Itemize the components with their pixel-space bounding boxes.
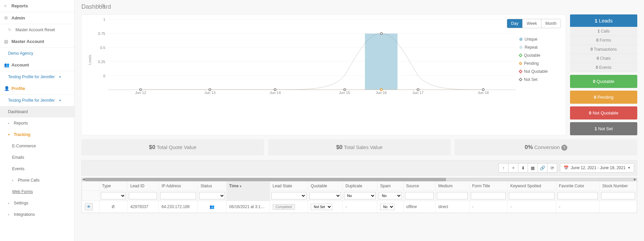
stat-calls[interactable]: 1 Calls [570, 27, 637, 36]
stat-notquotable[interactable]: 0 Not Quotable [570, 106, 637, 119]
add-button[interactable]: ＋ [508, 163, 518, 173]
filter-stock[interactable] [601, 192, 635, 199]
filter-duplicate[interactable]: No [344, 192, 376, 199]
filter-type[interactable] [101, 192, 126, 199]
col-ip[interactable]: IP Address [159, 182, 198, 191]
nav-integrations[interactable]: ▸Integrations [0, 209, 74, 220]
filter-leadstate[interactable] [271, 192, 307, 199]
chart-plot [108, 19, 516, 90]
nav-master-reset[interactable]: ↻Master Account Reset [0, 24, 74, 36]
table-row[interactable]: 👁 ✆ 42979337 64.233.172.189 👥 06/16/2021… [82, 201, 637, 213]
stat-leads[interactable]: 1 Leads 1 Calls 0 Forms 0 Transactions 0… [570, 14, 637, 72]
eye-icon: 👁 [87, 204, 91, 209]
download-button[interactable]: ⬇ [518, 163, 528, 173]
link-button[interactable]: 🔗 [537, 163, 547, 173]
side-stats: 1 Leads 1 Calls 0 Forms 0 Transactions 0… [570, 14, 637, 135]
nav-account-select[interactable]: Testing Profile for Jennifer▼ [0, 71, 74, 83]
help-icon[interactable]: ? [561, 145, 567, 151]
col-time[interactable]: Time ▾ [226, 182, 270, 191]
col-duplicate[interactable]: Duplicate [343, 182, 377, 191]
stat-quotable[interactable]: 0 Quotable [570, 75, 637, 88]
toggle-month[interactable]: Month [541, 19, 561, 28]
scroll-right-icon[interactable]: ▶ [634, 178, 636, 181]
col-type[interactable]: Type [99, 182, 127, 191]
phone-icon: ✆ [112, 204, 115, 209]
col-spam[interactable]: Spam [377, 182, 403, 191]
upload-button[interactable]: ↑ [498, 163, 508, 173]
chart-icon: ≡ [4, 3, 9, 8]
legend-quotable[interactable]: Quotable [519, 53, 560, 58]
nav-master-account[interactable]: ▥Master Account [0, 36, 74, 48]
stat-chats[interactable]: 0 Chats [570, 54, 637, 63]
col-view [82, 182, 100, 191]
nav-ecommerce[interactable]: E-Commerce [0, 140, 74, 152]
legend-notset[interactable]: Not Set [519, 77, 560, 82]
reset-icon: ↻ [8, 28, 13, 32]
stat-notset[interactable]: 1 Not Set [570, 122, 637, 135]
nav-admin[interactable]: ⚙Admin [0, 12, 74, 24]
cell-formtitle: - [469, 201, 507, 213]
filter-favcolor[interactable] [558, 192, 598, 199]
col-quotable[interactable]: Quotable [308, 182, 343, 191]
filter-source[interactable] [405, 192, 434, 199]
filter-spam[interactable]: No [379, 192, 402, 199]
filter-quotable[interactable] [309, 192, 341, 199]
cell-ip: 64.233.172.189 [159, 201, 198, 213]
col-stock[interactable]: Stock Number [599, 182, 637, 191]
toggle-week[interactable]: Week [522, 19, 541, 28]
scroll-left-icon[interactable]: ◀ [82, 178, 85, 181]
col-status[interactable]: Status [198, 182, 226, 191]
date-range-picker[interactable]: 📅 June 12, 2021 - June 18, 2021 ▼ [560, 163, 634, 173]
nav-profile[interactable]: 👤Profile [0, 83, 74, 95]
legend-repeat[interactable]: Repeat [519, 45, 560, 50]
toggle-day[interactable]: Day [507, 19, 522, 28]
col-leadstate[interactable]: Lead State [270, 182, 308, 191]
main-content: Dashboard Day Week Month Leads 0 0.25 0.… [75, 0, 644, 241]
col-leadid[interactable]: Lead ID [127, 182, 159, 191]
stat-pending[interactable]: 0 Pending [570, 91, 637, 104]
chevron-right-icon: ▸ [8, 201, 10, 205]
nav-dashboard[interactable]: Dashboard [0, 106, 74, 117]
col-favcolor[interactable]: Favorite Color [556, 182, 599, 191]
nav-reports[interactable]: ≡Reports [0, 0, 74, 12]
nav-web-forms[interactable]: Web Forms [0, 186, 74, 197]
legend-notquotable[interactable]: Not Quotable [519, 69, 560, 74]
filter-formtitle[interactable] [471, 192, 506, 199]
nav-sub-reports[interactable]: ▸Reports [0, 117, 74, 129]
col-keyword[interactable]: Keyword Spotted [507, 182, 556, 191]
cell-duplicate: - [343, 201, 377, 213]
quotable-select[interactable]: Not Set [311, 204, 332, 210]
legend-pending[interactable]: Pending [519, 61, 560, 66]
stat-forms[interactable]: 0 Forms [570, 36, 637, 45]
nav-profile-select[interactable]: Testing Profile for Jennifer▼ [0, 95, 74, 106]
legend-unique[interactable]: Unique [519, 37, 560, 42]
leads-table: ◀ ▶ Type Lead ID IP Address Status Time … [81, 178, 637, 213]
nav-settings[interactable]: ▸Settings [0, 197, 74, 209]
refresh-button[interactable]: ⟳ [547, 163, 557, 173]
nav-emails[interactable]: Emails [0, 152, 74, 163]
col-source[interactable]: Source [403, 182, 435, 191]
filter-medium[interactable] [437, 192, 468, 199]
nav-events[interactable]: Events [0, 163, 74, 175]
cell-leadid: 42979337 [127, 201, 159, 213]
nav-demo-agency[interactable]: Demo Agency [0, 48, 74, 59]
chevron-down-icon: ▾ [8, 133, 10, 136]
scroll-thumb[interactable] [85, 178, 446, 181]
horizontal-scrollbar[interactable]: ◀ ▶ [82, 178, 637, 181]
user-icon: 👤 [4, 86, 9, 91]
stat-transactions[interactable]: 0 Transactions [570, 45, 637, 54]
columns-button[interactable]: ▦ [528, 163, 538, 173]
spam-select[interactable]: No [380, 204, 394, 210]
cell-time: 06/16/2021 at 3:13 PM [226, 201, 270, 213]
filter-ip[interactable] [160, 192, 196, 199]
filter-keyword[interactable] [509, 192, 554, 199]
filter-status[interactable] [199, 192, 225, 199]
nav-phone-calls[interactable]: ▸Phone Calls [0, 175, 74, 186]
view-row-button[interactable]: 👁 [85, 203, 93, 210]
stat-events[interactable]: 0 Events [570, 63, 637, 72]
filter-leadid[interactable] [129, 192, 157, 199]
col-formtitle[interactable]: Form Title [469, 182, 507, 191]
nav-account[interactable]: 👥Account [0, 59, 74, 71]
nav-tracking[interactable]: ▾Tracking [0, 129, 74, 140]
col-medium[interactable]: Medium [435, 182, 469, 191]
